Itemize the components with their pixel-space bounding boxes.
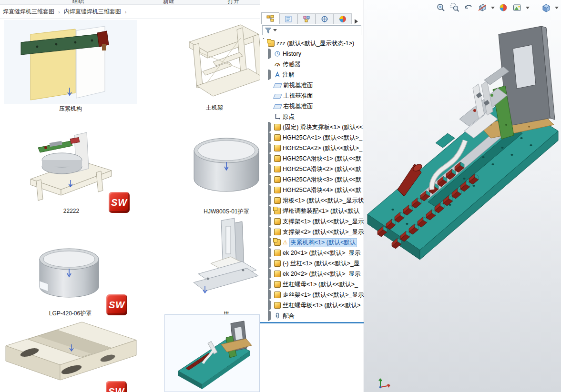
- tree-item[interactable]: 丝杠螺母<1> (默认<<默认>_: [260, 279, 364, 290]
- tree-item[interactable]: HGH25CA滑块<1> (默认<<默: [260, 153, 364, 164]
- file-item[interactable]: 22222 SW: [25, 123, 118, 216]
- expand-icon[interactable]: [268, 269, 273, 279]
- expand-icon[interactable]: [268, 164, 273, 174]
- subassembly-icon: [274, 239, 281, 246]
- tree-item[interactable]: HGH25CA<1> (默认<<默认>_: [260, 132, 364, 143]
- displaymanager-icon: [339, 15, 347, 23]
- expand-icon[interactable]: [268, 300, 273, 311]
- expand-icon[interactable]: [268, 216, 273, 227]
- expand-icon[interactable]: [268, 70, 273, 80]
- expand-icon[interactable]: [268, 248, 273, 258]
- file-label: 主机架: [184, 104, 260, 112]
- tree-item[interactable]: (固定) 滑块支撑板<1> (默认<<: [260, 122, 364, 132]
- assembly-model: [364, 0, 561, 392]
- tree-item[interactable]: 支撑架<2> (默认<<默认>_显示: [260, 227, 364, 237]
- thumbnail-压紧机构: [4, 20, 137, 104]
- viewport[interactable]: [364, 0, 561, 392]
- tab-configurationmanager[interactable]: [297, 13, 316, 24]
- tree-item[interactable]: 滑板<1> (默认<<默认>_显示状: [260, 195, 364, 206]
- panel-tabs: [261, 13, 361, 24]
- expand-icon[interactable]: [268, 174, 273, 185]
- thumbnail-ttt: [191, 217, 260, 310]
- tab-dimxpertmanager[interactable]: [316, 13, 334, 24]
- tree-item[interactable]: (-) 丝杠<1> (默认<<默认>_显: [260, 258, 364, 269]
- tree-item[interactable]: 右视基准面: [260, 101, 364, 111]
- tree-item[interactable]: HGH25CA<2> (默认<<默认>_: [260, 143, 364, 153]
- tree-item[interactable]: 丝杠螺母板<1> (默认<<默认>: [260, 300, 364, 311]
- tree-item-root[interactable]: zzz (默认<默认_显示状态-1>): [260, 38, 364, 49]
- file-explorer: 组织 新建 打开 焊直缝焊机三维套图 › 内焊直缝焊机三维套图 ›: [0, 0, 260, 392]
- selected-file-frame[interactable]: [164, 314, 260, 392]
- part-icon: [274, 250, 281, 256]
- subassembly-icon: [274, 208, 281, 214]
- configurationmanager-icon: [303, 15, 310, 23]
- tree-item-mates[interactable]: 配合: [260, 311, 364, 321]
- tree-item[interactable]: HGH25CA滑块<3> (默认<<默: [260, 174, 364, 185]
- file-label: HJW800S-01护罩: [188, 208, 260, 216]
- expand-icon[interactable]: [268, 49, 273, 59]
- file-item[interactable]: HJW800S-01护罩: [188, 123, 260, 216]
- tree-item[interactable]: 原点: [260, 111, 364, 122]
- expand-icon[interactable]: [268, 122, 273, 132]
- part-icon: [274, 229, 281, 235]
- filter-funnel-icon: [265, 27, 272, 34]
- file-grid: 压紧机构: [0, 19, 260, 392]
- solidworks-badge: SW: [106, 294, 127, 315]
- expand-icon[interactable]: [268, 153, 273, 164]
- part-icon: [274, 176, 281, 183]
- expand-icon[interactable]: [268, 195, 273, 206]
- tree-item[interactable]: HGH25CA滑块<2> (默认<<默: [260, 164, 364, 174]
- expand-icon[interactable]: [268, 185, 273, 195]
- expand-icon[interactable]: [268, 311, 273, 321]
- origin-triad-icon: [377, 371, 396, 390]
- origin-icon: [274, 113, 281, 120]
- organize-button[interactable]: 组织: [72, 0, 84, 5]
- file-item[interactable]: 主机架: [184, 19, 260, 112]
- file-item[interactable]: ttt: [191, 217, 260, 318]
- expand-icon[interactable]: [268, 237, 273, 248]
- tree-item[interactable]: 前视基准面: [260, 80, 364, 90]
- expand-icon[interactable]: [268, 132, 273, 143]
- tree-item[interactable]: ek 20<1> (默认<<默认>_显示: [260, 248, 364, 258]
- expand-icon[interactable]: [268, 143, 273, 153]
- tree-item[interactable]: 支撑架<1> (默认<<默认>_显示: [260, 216, 364, 227]
- tree-filter[interactable]: [262, 25, 361, 35]
- breadcrumb-item-current[interactable]: 内焊直缝焊机三维套图: [64, 8, 121, 16]
- expand-icon[interactable]: [268, 206, 273, 216]
- solidworks-badge: SW: [109, 192, 130, 213]
- expand-icon[interactable]: [268, 258, 273, 269]
- mates-icon: [274, 312, 281, 319]
- panel-flyout-arrow-icon[interactable]: [355, 19, 360, 24]
- thumbnail-HJW800S-01护罩: [188, 123, 260, 207]
- tree-item[interactable]: History: [260, 49, 364, 59]
- expand-icon[interactable]: [268, 227, 273, 237]
- tree-item[interactable]: HGH25CA滑块<4> (默认<<默: [260, 185, 364, 195]
- file-item[interactable]: 压紧机构: [4, 20, 137, 113]
- thumbnail-22222: [25, 123, 118, 207]
- collapse-icon[interactable]: [262, 38, 265, 49]
- part-icon: [274, 124, 281, 131]
- tree-item[interactable]: 焊枪调整装配<1> (默认<默认: [260, 206, 364, 216]
- tab-propertymanager[interactable]: [279, 13, 297, 24]
- panel-splitter[interactable]: [260, 322, 364, 323]
- part-icon: [274, 302, 281, 309]
- tree-item[interactable]: 注解: [260, 70, 364, 80]
- tree-item[interactable]: 上视基准面: [260, 90, 364, 101]
- tree-item-selected[interactable]: ⚠ 夹紧机构<1> (默认<默认: [260, 237, 364, 248]
- tab-featuremanager[interactable]: [261, 12, 279, 24]
- new-button[interactable]: 新建: [163, 0, 174, 5]
- tree-item[interactable]: 传感器: [260, 59, 364, 70]
- expand-icon[interactable]: [268, 279, 273, 290]
- plane-icon: [273, 83, 282, 88]
- tree-item[interactable]: ek 20<2> (默认<<默认>_显示: [260, 269, 364, 279]
- file-item[interactable]: SW: [0, 318, 139, 392]
- part-icon: [274, 187, 281, 193]
- tree-item[interactable]: 走丝架<1> (默认<<默认>_显示: [260, 290, 364, 300]
- feature-tree-panel: zzz (默认<默认_显示状态-1>) History 传感器: [260, 0, 364, 392]
- breadcrumb-item-root[interactable]: 焊直缝焊机三维套图: [3, 8, 54, 16]
- file-item[interactable]: LGP-420-06护罩 SW: [26, 225, 114, 318]
- thumbnail-主机架: [184, 19, 260, 103]
- expand-icon[interactable]: [268, 290, 273, 300]
- open-button[interactable]: 打开: [228, 0, 239, 5]
- tab-displaymanager[interactable]: [334, 13, 352, 24]
